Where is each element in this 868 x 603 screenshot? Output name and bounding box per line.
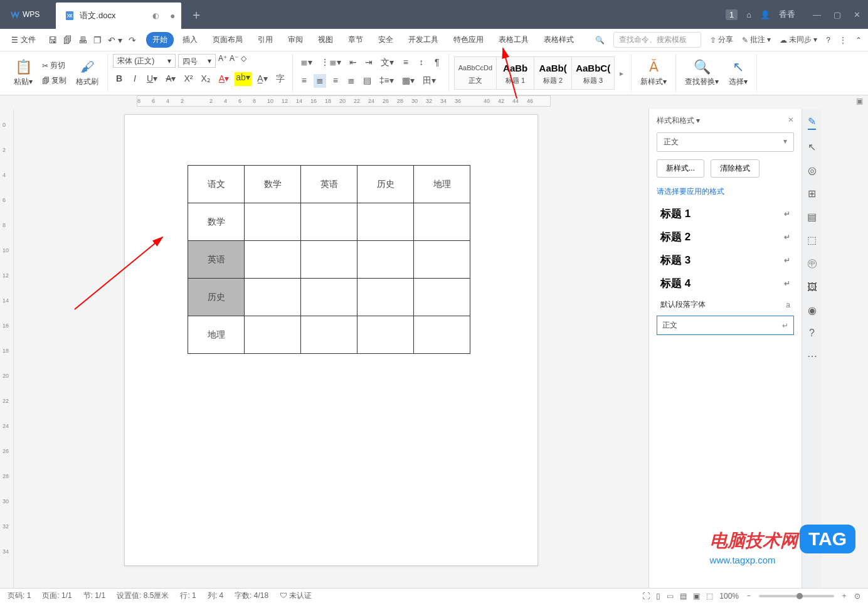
sidetool-secure-icon[interactable]: ◉ bbox=[808, 304, 817, 316]
ruler-toggle-icon[interactable]: ▣ bbox=[856, 97, 863, 105]
style-list-item[interactable]: 标题 3↵ bbox=[657, 248, 794, 272]
style-list-item[interactable]: 默认段落字体a bbox=[657, 295, 794, 314]
table-cell[interactable]: 历史 bbox=[357, 166, 414, 203]
menu-tab-特色应用[interactable]: 特色应用 bbox=[447, 32, 490, 48]
view-focus-icon[interactable]: ⬚ bbox=[706, 592, 713, 600]
table-cell[interactable] bbox=[357, 316, 414, 354]
table-cell[interactable] bbox=[414, 203, 470, 241]
distribute-button[interactable]: ▤ bbox=[361, 74, 374, 88]
table-cell[interactable]: 语文 bbox=[188, 166, 245, 203]
status-auth[interactable]: 🛡 未认证 bbox=[280, 590, 312, 601]
save-as-icon[interactable]: 🗐 bbox=[63, 35, 72, 45]
sidetool-pencil-icon[interactable]: ✎ bbox=[808, 115, 816, 130]
format-painter-button[interactable]: 🖌 格式刷 bbox=[72, 58, 102, 88]
align-center-button[interactable]: ≣ bbox=[314, 74, 326, 88]
search-input[interactable]: 查找命令、搜索模板 bbox=[613, 32, 701, 48]
view-reading-icon[interactable]: ▣ bbox=[693, 592, 700, 600]
zoom-out-icon[interactable]: － bbox=[745, 590, 753, 601]
vertical-ruler[interactable]: 0246810121416182022242628303234 bbox=[0, 109, 14, 588]
decrease-indent-button[interactable]: ⇤ bbox=[347, 56, 359, 70]
menu-tab-表格样式[interactable]: 表格样式 bbox=[537, 32, 580, 48]
align-left-button[interactable]: ≡ bbox=[298, 74, 310, 88]
text-direction-button[interactable]: 文▾ bbox=[378, 56, 396, 70]
table-cell[interactable] bbox=[357, 203, 414, 241]
menu-tab-章节[interactable]: 章节 bbox=[342, 32, 369, 48]
sidetool-translate-icon[interactable]: ㊥ bbox=[807, 257, 817, 270]
numbering-button[interactable]: ⋮≣▾ bbox=[318, 56, 344, 70]
sidetool-image-icon[interactable]: ⬚ bbox=[807, 234, 817, 246]
style-list-item[interactable]: 标题 2↵ bbox=[657, 225, 794, 248]
sidetool-cursor-icon[interactable]: ↖ bbox=[808, 141, 816, 153]
style-list-item[interactable]: 标题 1↵ bbox=[657, 202, 794, 225]
fit-icon[interactable]: ⊙ bbox=[854, 592, 860, 600]
home-icon[interactable]: ⌂ bbox=[746, 10, 751, 19]
paste-button[interactable]: 📋 粘贴▾ bbox=[10, 58, 36, 88]
subscript-button[interactable]: X₂ bbox=[198, 72, 213, 86]
increase-font-icon[interactable]: A⁺ bbox=[218, 54, 227, 68]
line-spacing-button[interactable]: ‡≡▾ bbox=[377, 74, 396, 88]
sort-button[interactable]: ↕ bbox=[415, 56, 428, 70]
table-cell[interactable] bbox=[301, 316, 357, 354]
document-canvas[interactable]: 语文数学英语历史地理数学英语历史地理 bbox=[14, 109, 648, 588]
table-cell[interactable]: 地理 bbox=[188, 316, 245, 354]
document-table[interactable]: 语文数学英语历史地理数学英语历史地理 bbox=[188, 165, 470, 354]
sidetool-field-icon[interactable]: ⊞ bbox=[808, 188, 816, 200]
expand-icon[interactable]: ⌃ bbox=[855, 36, 862, 45]
show-marks-button[interactable]: ¶ bbox=[431, 56, 443, 70]
menu-tab-引用[interactable]: 引用 bbox=[251, 32, 279, 48]
table-cell[interactable] bbox=[414, 316, 470, 354]
style-item-正文[interactable]: AaBbCcDd正文 bbox=[455, 57, 497, 89]
underline-button[interactable]: U▾ bbox=[144, 72, 160, 86]
status-section[interactable]: 节: 1/1 bbox=[83, 590, 105, 601]
sidetool-more-icon[interactable]: ⋯ bbox=[807, 350, 817, 362]
status-chars[interactable]: 字数: 4/18 bbox=[235, 590, 268, 601]
menu-tab-开始[interactable]: 开始 bbox=[146, 32, 174, 48]
table-cell[interactable] bbox=[301, 279, 357, 316]
phonetic-button[interactable]: 字 bbox=[273, 72, 287, 86]
page[interactable]: 语文数学英语历史地理数学英语历史地理 bbox=[124, 114, 538, 566]
table-cell[interactable]: 英语 bbox=[301, 166, 357, 203]
status-line[interactable]: 行: 1 bbox=[180, 590, 196, 601]
table-cell[interactable] bbox=[301, 203, 357, 241]
align-distribute-button[interactable]: ≡ bbox=[400, 56, 412, 70]
style-list-item[interactable]: 标题 4↵ bbox=[657, 272, 794, 295]
status-position[interactable]: 设置值: 8.5厘米 bbox=[117, 590, 169, 601]
clear-format-button[interactable]: 清除格式 bbox=[711, 159, 760, 178]
maximize-icon[interactable]: ▢ bbox=[831, 8, 844, 22]
print-icon[interactable]: 🖶 bbox=[78, 35, 87, 45]
decrease-font-icon[interactable]: A⁻ bbox=[230, 54, 238, 68]
sync-button[interactable]: ☁未同步 ▾ bbox=[780, 35, 817, 45]
status-column[interactable]: 列: 4 bbox=[208, 590, 223, 601]
view-outline-icon[interactable]: ▤ bbox=[680, 592, 687, 600]
undo-icon[interactable]: ↶ ▾ bbox=[108, 35, 122, 45]
print-preview-icon[interactable]: ❐ bbox=[93, 35, 102, 45]
new-tab-button[interactable]: ＋ bbox=[181, 6, 211, 23]
style-item-标题 3[interactable]: AaBbC(标题 3 bbox=[572, 57, 614, 89]
table-cell[interactable] bbox=[414, 241, 470, 279]
font-size-select[interactable]: 四号▾ bbox=[178, 54, 216, 68]
menu-tab-表格工具[interactable]: 表格工具 bbox=[492, 32, 535, 48]
gallery-more-icon[interactable]: ▸ bbox=[617, 69, 626, 78]
status-page-no[interactable]: 页码: 1 bbox=[8, 590, 31, 601]
table-cell[interactable] bbox=[245, 203, 301, 241]
clear-format-icon[interactable]: ◇ bbox=[241, 54, 246, 68]
panel-title[interactable]: 样式和格式 ▾ bbox=[657, 115, 700, 126]
borders-button[interactable]: 田▾ bbox=[420, 74, 438, 88]
bold-button[interactable]: B bbox=[113, 72, 125, 86]
style-item-标题 1[interactable]: AaBb标题 1 bbox=[497, 57, 534, 89]
horizontal-ruler[interactable]: 8642246810121416182022242628303234364042… bbox=[137, 95, 551, 107]
copy-button[interactable]: 🗐复制 bbox=[39, 74, 70, 87]
font-name-select[interactable]: 宋体 (正文)▾ bbox=[113, 54, 176, 68]
panel-close-icon[interactable]: ✕ bbox=[788, 115, 794, 126]
menu-tab-安全[interactable]: 安全 bbox=[372, 32, 400, 48]
user-icon[interactable]: 👤 bbox=[760, 10, 770, 19]
table-cell[interactable]: 历史 bbox=[188, 279, 245, 316]
increase-indent-button[interactable]: ⇥ bbox=[363, 56, 375, 70]
table-cell[interactable] bbox=[414, 279, 470, 316]
moon-icon[interactable]: ◐ bbox=[152, 11, 159, 20]
new-style-button[interactable]: Ᾰ 新样式▾ bbox=[637, 58, 670, 88]
view-web-icon[interactable]: ▭ bbox=[667, 592, 674, 600]
table-cell[interactable]: 地理 bbox=[414, 166, 470, 203]
superscript-button[interactable]: X² bbox=[181, 72, 195, 86]
menu-tab-开发工具[interactable]: 开发工具 bbox=[402, 32, 445, 48]
